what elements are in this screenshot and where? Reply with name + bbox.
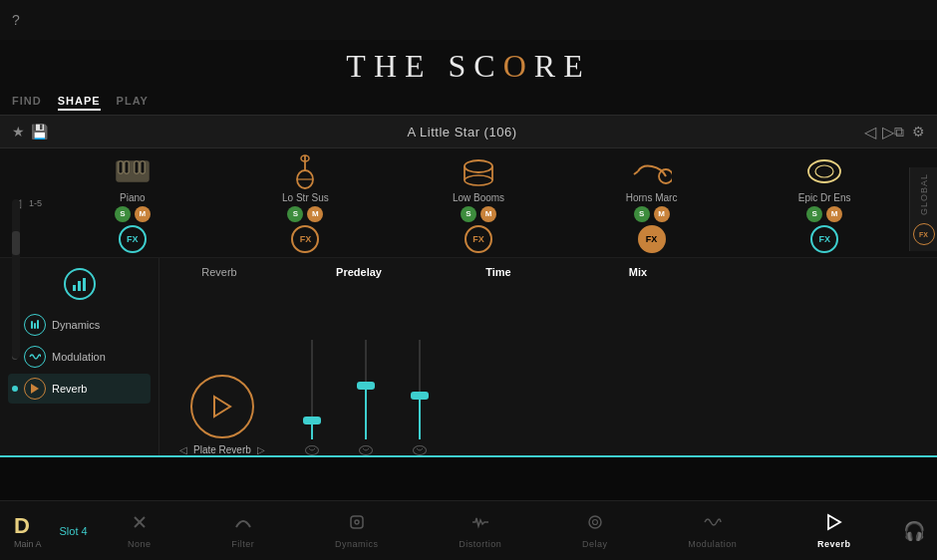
left-slider[interactable]	[12, 199, 20, 359]
reverb-col-label: Reverb	[179, 266, 259, 278]
tab-modulation[interactable]: Modulation	[678, 513, 747, 549]
piano-icon	[115, 153, 151, 189]
tab-distortion[interactable]: Distortion	[449, 513, 511, 549]
time-slider	[359, 316, 373, 455]
epic-solo[interactable]: S	[806, 206, 822, 222]
svg-rect-4	[141, 161, 145, 173]
piano-mute[interactable]: M	[135, 206, 151, 222]
strings-name: Lo Str Sus	[282, 192, 329, 203]
strings-fx[interactable]: FX	[291, 225, 319, 253]
horns-icon	[632, 153, 672, 189]
headphone-icon[interactable]: 🎧	[891, 520, 937, 542]
preset-right-icons: ⧉ ⚙	[894, 124, 925, 140]
predelay-slider	[305, 316, 319, 455]
svg-point-16	[815, 165, 833, 177]
epic-sm: S M	[806, 206, 842, 222]
time-fill	[365, 385, 367, 439]
mix-slider	[413, 316, 427, 455]
svg-line-14	[634, 171, 638, 174]
filter-icon	[234, 513, 252, 536]
mixer-icon[interactable]: ⧉	[894, 124, 904, 140]
global-fx-button[interactable]: FX	[913, 223, 935, 245]
time-link	[359, 445, 373, 455]
tab-find[interactable]: FIND	[12, 93, 42, 111]
settings-icon[interactable]: ⚙	[912, 124, 925, 140]
strings-sm: S M	[287, 206, 323, 222]
mix-track[interactable]	[419, 340, 421, 439]
svg-rect-27	[351, 516, 363, 528]
svg-point-30	[592, 519, 597, 524]
tab-delay[interactable]: Delay	[572, 513, 618, 549]
epic-mute[interactable]: M	[826, 206, 842, 222]
tab-reverb[interactable]: Reverb	[807, 513, 861, 549]
fx-controls-row: ◁ Plate Reverb ▷	[159, 282, 937, 455]
predelay-thumb[interactable]	[303, 417, 321, 424]
preset-bar: ★ 💾 A Little Star (106) ◁ ▷ ⧉ ⚙	[0, 115, 937, 148]
horns-mute[interactable]: M	[654, 206, 670, 222]
drums-sm: S M	[461, 206, 496, 222]
time-thumb[interactable]	[357, 382, 375, 390]
horns-fx[interactable]: FX	[638, 225, 666, 253]
tab-filter[interactable]: Filter	[221, 513, 264, 549]
help-icon[interactable]: ?	[12, 12, 20, 28]
slot-indicator: D Main A	[0, 513, 56, 549]
reverb-label: Reverb	[52, 383, 87, 395]
epic-fx[interactable]: FX	[810, 225, 838, 253]
strings-solo[interactable]: S	[287, 206, 303, 222]
predelay-track[interactable]	[311, 340, 313, 439]
drums-icon	[461, 153, 496, 189]
reverb-prev-arrow[interactable]: ◁	[179, 444, 187, 455]
epic-icon	[804, 153, 844, 189]
tab-shape[interactable]: SHAPE	[58, 93, 101, 111]
none-label: None	[128, 539, 152, 549]
horns-solo[interactable]: S	[634, 206, 650, 222]
delay-icon	[586, 513, 604, 536]
time-col-label: Time	[459, 266, 538, 278]
page-left-label: 1-5	[29, 198, 42, 208]
modulation-icon	[24, 346, 46, 368]
mix-thumb[interactable]	[411, 392, 429, 400]
preset-next[interactable]: ▷	[882, 123, 894, 141]
dynamics-label: Dynamics	[52, 319, 100, 331]
drums-mute[interactable]: M	[480, 206, 496, 222]
epic-name: Epic Dr Ens	[798, 192, 851, 203]
preset-prev[interactable]: ◁	[864, 123, 876, 141]
reverb-next-arrow[interactable]: ▷	[257, 444, 265, 455]
piano-solo[interactable]: S	[115, 206, 131, 222]
reverb-type-selector: ◁ Plate Reverb ▷	[179, 375, 265, 455]
instrument-slot-strings: Lo Str Sus S M FX	[255, 153, 355, 253]
svg-point-9	[465, 160, 492, 172]
drums-solo[interactable]: S	[461, 206, 476, 222]
top-bar: ?	[0, 0, 937, 40]
distortion-label: Distortion	[459, 539, 501, 549]
time-track[interactable]	[365, 340, 367, 439]
nav-tabs: FIND SHAPE PLAY	[0, 89, 937, 115]
filter-label: Filter	[231, 539, 254, 549]
instrument-slot-epic: Epic Dr Ens S M FX	[775, 153, 874, 253]
tab-dynamics[interactable]: Dynamics	[325, 513, 389, 549]
dynamics-icon	[24, 314, 46, 336]
dynamics-bottom-icon	[348, 513, 366, 536]
tab-play[interactable]: PLAY	[117, 93, 149, 111]
tab-none[interactable]: None	[118, 513, 161, 549]
modulation-label: Modulation	[52, 351, 106, 363]
app-title: THE SCORE	[0, 48, 937, 85]
drums-name: Low Booms	[453, 192, 504, 203]
fx-row-reverb[interactable]: Reverb	[8, 374, 151, 404]
svg-rect-19	[83, 278, 86, 291]
svg-rect-3	[135, 161, 139, 173]
favorite-icon[interactable]: ★	[12, 124, 25, 140]
piano-fx[interactable]: FX	[119, 225, 147, 253]
reverb-bottom-icon	[825, 513, 843, 536]
preset-icons: ★ 💾	[12, 124, 48, 140]
svg-marker-31	[828, 515, 840, 529]
fx-row-modulation[interactable]: Modulation	[8, 342, 151, 372]
save-icon[interactable]: 💾	[31, 124, 48, 140]
dynamics-bottom-label: Dynamics	[335, 539, 379, 549]
drums-fx[interactable]: FX	[465, 225, 492, 253]
fx-row-dynamics[interactable]: Dynamics	[8, 310, 151, 340]
fx-content: Reverb Predelay Time Mix ◁ Plate Reverb …	[159, 258, 937, 455]
reverb-type-icon[interactable]	[190, 375, 254, 438]
left-slider-thumb[interactable]	[12, 231, 20, 255]
strings-mute[interactable]: M	[307, 206, 323, 222]
